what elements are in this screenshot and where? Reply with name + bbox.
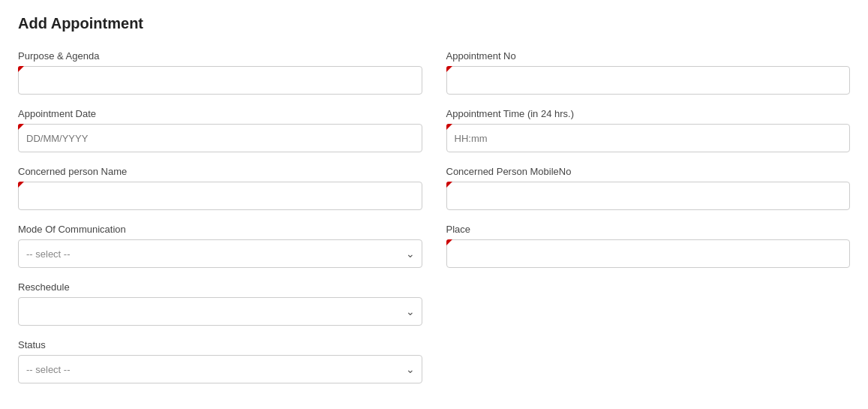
status-select-wrapper: -- select -- ⌄	[18, 355, 422, 383]
mode-of-communication-group: Mode Of Communication -- select -- ⌄	[18, 224, 422, 268]
appointment-no-input[interactable]	[446, 66, 851, 95]
concerned-person-mobileno-label: Concerned Person MobileNo	[446, 166, 851, 177]
mode-of-communication-select-wrapper: -- select -- ⌄	[18, 239, 422, 268]
mode-of-communication-label: Mode Of Communication	[18, 224, 422, 235]
place-input[interactable]	[446, 239, 851, 268]
purpose-agenda-input[interactable]	[18, 66, 422, 95]
appointment-no-label: Appointment No	[446, 50, 851, 62]
purpose-agenda-label: Purpose & Agenda	[18, 50, 422, 62]
page-title: Add Appointment	[18, 15, 850, 32]
appointment-time-input[interactable]	[446, 124, 851, 152]
purpose-agenda-group: Purpose & Agenda	[18, 50, 422, 95]
appointment-no-input-wrapper	[446, 66, 851, 95]
reschedule-group: Reschedule ⌄	[18, 281, 422, 326]
reschedule-select-wrapper: ⌄	[18, 297, 422, 326]
add-appointment-form: Purpose & Agenda Appointment No Appointm…	[18, 50, 850, 383]
reschedule-spacer	[446, 281, 851, 326]
place-label: Place	[446, 224, 851, 235]
place-input-wrapper	[446, 239, 851, 268]
appointment-no-group: Appointment No	[446, 50, 851, 95]
status-label: Status	[18, 339, 422, 350]
concerned-person-name-input-wrapper	[18, 182, 422, 210]
purpose-agenda-input-wrapper	[18, 66, 422, 95]
appointment-time-input-wrapper	[446, 124, 851, 152]
concerned-person-mobileno-input-wrapper	[446, 182, 851, 210]
mode-of-communication-select[interactable]: -- select --	[18, 239, 422, 268]
concerned-person-name-input[interactable]	[18, 182, 422, 210]
appointment-date-input-wrapper	[18, 124, 422, 152]
appointment-date-label: Appointment Date	[18, 108, 422, 119]
concerned-person-name-group: Concerned person Name	[18, 166, 422, 210]
appointment-date-input[interactable]	[18, 124, 422, 152]
concerned-person-name-label: Concerned person Name	[18, 166, 422, 177]
status-group: Status -- select -- ⌄	[18, 339, 422, 383]
place-group: Place	[446, 224, 851, 268]
appointment-time-label: Appointment Time (in 24 hrs.)	[446, 108, 851, 119]
reschedule-label: Reschedule	[18, 281, 422, 293]
concerned-person-mobileno-group: Concerned Person MobileNo	[446, 166, 851, 210]
status-select[interactable]: -- select --	[18, 355, 422, 383]
concerned-person-mobileno-input[interactable]	[446, 182, 851, 210]
appointment-time-group: Appointment Time (in 24 hrs.)	[446, 108, 851, 152]
reschedule-select[interactable]	[18, 297, 422, 326]
appointment-date-group: Appointment Date	[18, 108, 422, 152]
